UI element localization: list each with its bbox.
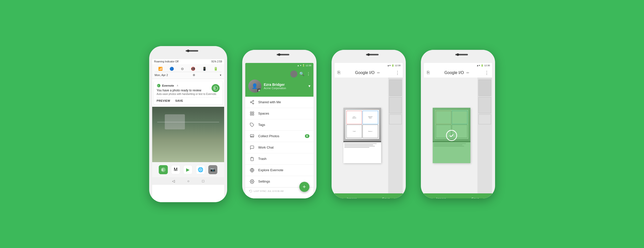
wallpaper <box>152 107 224 162</box>
scan-footer: Ignore Save <box>335 193 403 198</box>
time-display-4: 12:30 <box>484 64 490 67</box>
settings-icon <box>249 179 255 184</box>
expand-icon[interactable]: ▾ <box>220 74 221 77</box>
copy-icon[interactable]: ⎘ <box>338 70 340 75</box>
svg-rect-15 <box>252 114 254 115</box>
svg-text:E: E <box>214 87 216 90</box>
shared-icon <box>249 99 255 105</box>
battery-icon-3: 🔋 <box>391 64 394 67</box>
phone2-status-icons: ▲ ▾ 🔋 12:30 <box>297 64 311 67</box>
preview-button[interactable]: PREVIEW <box>157 99 170 102</box>
scan-header-4: ⎘ Google I/O ✏ ⋮ <box>424 68 492 78</box>
thumb-4-3[interactable] <box>478 114 491 124</box>
nav-bar: ◁ ○ □ <box>152 177 224 185</box>
collect-photos-icon <box>249 133 255 139</box>
quick-settings: 📶 🔵 ⊖ 📵 📱 🔋 <box>155 66 222 72</box>
menu-item-spaces[interactable]: Spaces <box>245 108 313 119</box>
collect-photos-label: Collect Photos <box>258 134 301 138</box>
save-button[interactable]: SAVE <box>175 99 183 102</box>
sync-icon <box>249 190 252 193</box>
back-button[interactable]: ◁ <box>172 179 175 183</box>
thumbnail-strip <box>388 78 403 193</box>
menu-item-collect-photos[interactable]: Collect Photos 8 <box>245 131 313 142</box>
thumb-2[interactable] <box>389 97 402 113</box>
phone-icon[interactable]: 📵 <box>191 67 195 71</box>
en-avatar-badge <box>257 89 261 93</box>
thumb-1[interactable] <box>389 80 402 96</box>
phone4-status-bar: ▲▾ 🔋 12:30 <box>424 63 492 68</box>
phone1-screen: Roaming Indicator Off 91% 2:59 📶 🔵 ⊖ 📵 📱… <box>152 59 224 202</box>
ignore-button-4[interactable]: Ignore <box>436 197 446 198</box>
main-document-image-4 <box>433 108 470 163</box>
green-scan-overlay <box>433 108 470 163</box>
main-document-image: EPICCANNED LANDINGPAGE Prod6 Backend <box>343 108 381 163</box>
home-button[interactable]: ○ <box>187 179 189 183</box>
battery-icon-2: 🔋 <box>302 64 305 67</box>
edit-icon-4[interactable]: ✏ <box>466 71 469 75</box>
menu-item-trash[interactable]: Trash <box>245 153 313 165</box>
scan-title-4: Google I/O <box>445 70 464 75</box>
thumbnail-strip-4 <box>477 78 492 193</box>
dnd-icon[interactable]: ⊖ <box>181 67 184 71</box>
thumb-4-1[interactable] <box>478 80 491 96</box>
tags-label: Tags <box>258 123 309 127</box>
en-user-expand[interactable]: ▾ <box>308 84 310 88</box>
notif-header: E Evernote ∧ <box>157 84 220 88</box>
gmail-app-icon[interactable]: M <box>171 165 180 174</box>
menu-item-work-chat[interactable]: Work Chat <box>245 142 313 153</box>
home-bar: E M ▶ 🌐 📷 <box>152 162 224 177</box>
bluetooth-icon[interactable]: 🔵 <box>170 67 174 71</box>
evernote-app-icon[interactable]: E <box>159 165 168 174</box>
phone-4: ▲▾ 🔋 12:30 ⎘ Google I/O ✏ ⋮ <box>421 50 495 198</box>
svg-text:E: E <box>162 168 164 171</box>
copy-icon-4[interactable]: ⎘ <box>427 70 430 75</box>
edit-icon[interactable]: ✏ <box>377 71 380 75</box>
notif-actions: PREVIEW SAVE <box>157 97 220 102</box>
settings-icon[interactable]: ⚙ <box>193 74 195 77</box>
en-user-info: Ezra Bridger Acme Corporation <box>264 83 306 90</box>
save-button-3[interactable]: Save <box>382 197 390 198</box>
svg-line-11 <box>251 101 253 102</box>
phone3-screen: ▲▾ 🔋 12:30 ⎘ Google I/O ✏ ⋮ <box>335 63 403 198</box>
svg-point-20 <box>251 181 253 182</box>
en-search-icon[interactable]: 🔍 <box>299 72 304 76</box>
notif-evernote-logo: E <box>212 84 220 92</box>
chrome-app-icon[interactable]: 🌐 <box>196 165 205 174</box>
battery-icon[interactable]: 🔋 <box>214 67 218 71</box>
camera-app-icon[interactable]: 📷 <box>208 165 217 174</box>
en-more-icon[interactable]: ⋮ <box>306 72 310 76</box>
play-app-icon[interactable]: ▶ <box>183 165 192 174</box>
notif-body: Auto-save photos with handwriting or tex… <box>157 93 220 95</box>
en-avatar-small[interactable] <box>290 70 297 78</box>
svg-rect-6 <box>258 90 260 92</box>
tablet-icon[interactable]: 📱 <box>202 67 207 71</box>
notification-card[interactable]: E Evernote ∧ E You have a photo ready to… <box>154 81 223 105</box>
shared-label: Shared with Me <box>258 100 309 104</box>
trash-label: Trash <box>258 157 309 161</box>
notif-expand[interactable]: ∧ <box>177 84 178 87</box>
camera-dot-3 <box>367 53 370 56</box>
save-button-4[interactable]: Save <box>471 197 479 198</box>
recents-button[interactable]: □ <box>202 179 204 183</box>
more-icon[interactable]: ⋮ <box>395 70 400 76</box>
menu-item-shared[interactable]: Shared with Me <box>245 97 313 108</box>
ignore-button[interactable]: Ignore <box>347 197 357 198</box>
thumb-4-2[interactable] <box>478 97 491 113</box>
more-icon-4[interactable]: ⋮ <box>485 70 489 76</box>
fab-button[interactable]: + <box>299 182 309 192</box>
phone4-status-icons: ▲▾ 🔋 12:30 <box>476 64 490 67</box>
scan-title: Google I/O <box>355 70 375 75</box>
menu-item-explore[interactable]: Explore Evernote <box>245 165 313 176</box>
notification-shade: 📶 🔵 ⊖ 📵 📱 🔋 Mon, Apr 2 ⚙ ▾ <box>152 64 224 79</box>
thumb-3[interactable] <box>389 114 402 124</box>
phone4-screen: ▲▾ 🔋 12:30 ⎘ Google I/O ✏ ⋮ <box>424 63 492 198</box>
en-avatar-large[interactable]: 👤 <box>248 80 261 93</box>
wifi-icon[interactable]: 📶 <box>158 67 163 71</box>
spaces-icon <box>249 111 255 116</box>
explore-label: Explore Evernote <box>258 168 309 172</box>
menu-item-tags[interactable]: Tags <box>245 119 313 131</box>
svg-rect-13 <box>252 112 254 113</box>
en-user-company: Acme Corporation <box>264 87 306 90</box>
status-left: Roaming Indicator Off <box>154 60 179 63</box>
time-display: 12:30 <box>306 64 311 67</box>
